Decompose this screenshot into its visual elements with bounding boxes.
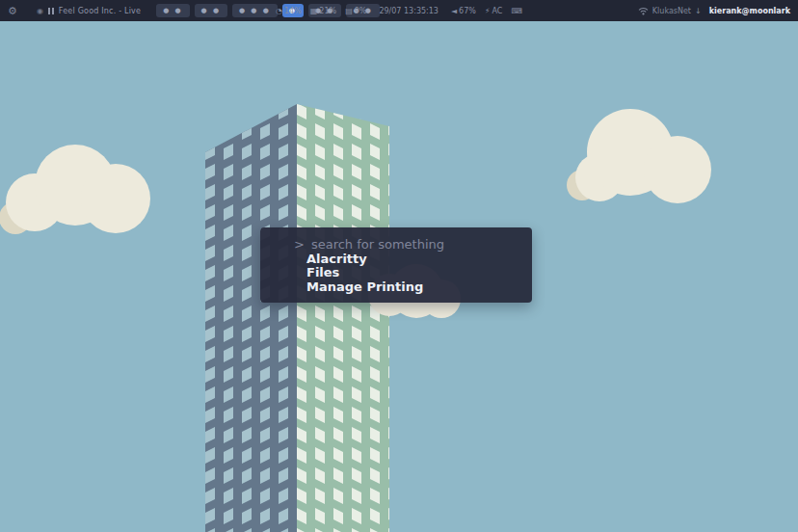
launcher-item-files[interactable]: Files (306, 266, 532, 280)
keyboard-icon: ⌨ (511, 7, 522, 15)
power-value: AC (492, 7, 503, 15)
memory-stat: ▦ 21% (310, 7, 336, 15)
wifi-icon (638, 7, 649, 15)
volume-icon: ◄ (451, 7, 457, 15)
settings-gear-icon[interactable]: ⚙ (8, 5, 17, 17)
workspace-chip-2[interactable]: ● ● (195, 4, 227, 17)
launcher-search-input[interactable]: > search for something (294, 238, 532, 253)
launcher-item-manage-printing[interactable]: Manage Printing (306, 280, 532, 295)
volume-widget[interactable]: ◄ 67% (451, 7, 476, 15)
media-player-icon: ◉ (37, 7, 43, 15)
disk-value: 9% (355, 7, 367, 15)
song-title: Feel Good Inc. - Live (59, 7, 141, 15)
launcher-item-alacritty[interactable]: Alacritty (306, 253, 532, 267)
pause-icon (48, 8, 50, 14)
prompt-icon: > (294, 238, 305, 253)
memory-value: 21% (319, 7, 336, 15)
network-arrow-icon: ↓ (695, 7, 702, 15)
volume-value: 67% (459, 7, 476, 15)
clock: 29/07 13:35:13 (379, 7, 439, 15)
cloud-left (0, 145, 150, 234)
search-placeholder: search for something (311, 238, 444, 253)
wifi-ssid: KlukasNet (652, 7, 691, 15)
memory-icon: ▦ (310, 7, 318, 15)
username-label: kierank@moonlark (709, 7, 790, 15)
system-stats: ◔ 14% ▦ 21% ▤ 9% 29/07 13:35:13 ◄ 67% ⚡ … (276, 0, 522, 21)
cpu-icon: ◔ (276, 7, 282, 15)
workspace-chip-1[interactable]: ● ● (156, 4, 189, 17)
power-widget: ⚡ AC (485, 7, 503, 15)
power-plug-icon: ⚡ (485, 7, 491, 15)
cpu-stat: ◔ 14% (276, 7, 302, 15)
building-illustration (205, 104, 389, 532)
media-widget[interactable]: ◉ Feel Good Inc. - Live (37, 7, 141, 15)
disk-icon: ▤ (345, 7, 353, 15)
cpu-value: 14% (284, 7, 302, 15)
wifi-widget[interactable]: KlukasNet ↓ (638, 7, 702, 15)
app-launcher-panel: > search for something Alacritty Files M… (260, 227, 532, 303)
workspace-chip-3[interactable]: ● ● ● (232, 4, 278, 17)
top-status-bar: ⚙ ◉ Feel Good Inc. - Live ● ● ● ● ● ● ● … (0, 0, 798, 21)
cloud-right (567, 109, 711, 203)
disk-stat: ▤ 9% (345, 7, 366, 15)
